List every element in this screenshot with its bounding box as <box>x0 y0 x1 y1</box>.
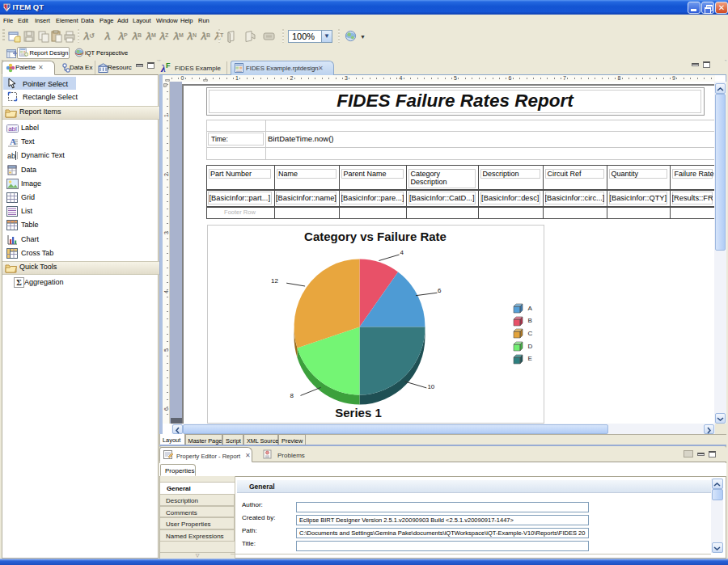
svg-text:abl: abl <box>8 125 17 133</box>
svg-text:ab: ab <box>7 152 15 160</box>
svg-text:Σ: Σ <box>16 278 22 287</box>
svg-text:A: A <box>10 137 16 146</box>
